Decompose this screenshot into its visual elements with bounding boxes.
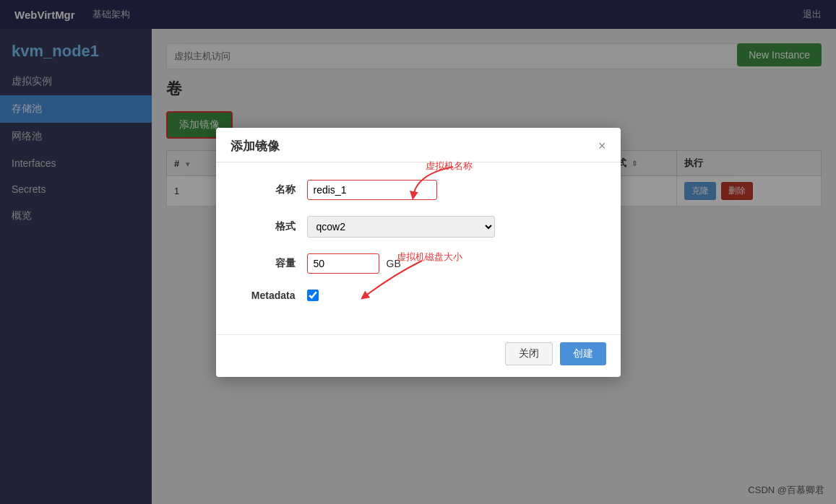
close-modal-button[interactable]: 关闭 <box>505 342 553 365</box>
capacity-label: 容量 <box>238 257 296 270</box>
metadata-checkbox[interactable] <box>307 290 319 301</box>
add-image-modal: 添加镜像 × 名称 虚拟机名称 <box>216 128 621 377</box>
modal-overlay: 添加镜像 × 名称 虚拟机名称 <box>0 0 836 504</box>
name-annotation-label: 虚拟机名称 <box>426 160 473 173</box>
modal-body: 名称 虚拟机名称 格式 qcow2 raw <box>216 162 621 334</box>
format-select[interactable]: qcow2 raw vmdk <box>307 216 495 238</box>
form-row-name: 名称 虚拟机名称 <box>238 180 599 200</box>
form-row-format: 格式 qcow2 raw vmdk <box>238 216 599 238</box>
format-label: 格式 <box>238 220 296 233</box>
disk-annotation-arrow <box>357 261 458 304</box>
modal-footer: 关闭 创建 <box>216 334 621 377</box>
create-button[interactable]: 创建 <box>560 342 606 365</box>
modal-close-button[interactable]: × <box>598 139 606 152</box>
modal-header: 添加镜像 × <box>216 128 621 162</box>
modal-title: 添加镜像 <box>230 138 280 155</box>
disk-annotation-label: 虚拟机磁盘大小 <box>397 251 462 264</box>
name-label: 名称 <box>238 183 296 196</box>
metadata-label: Metadata <box>238 290 296 301</box>
form-row-capacity: 容量 GB 虚拟机磁盘大小 <box>238 253 599 274</box>
